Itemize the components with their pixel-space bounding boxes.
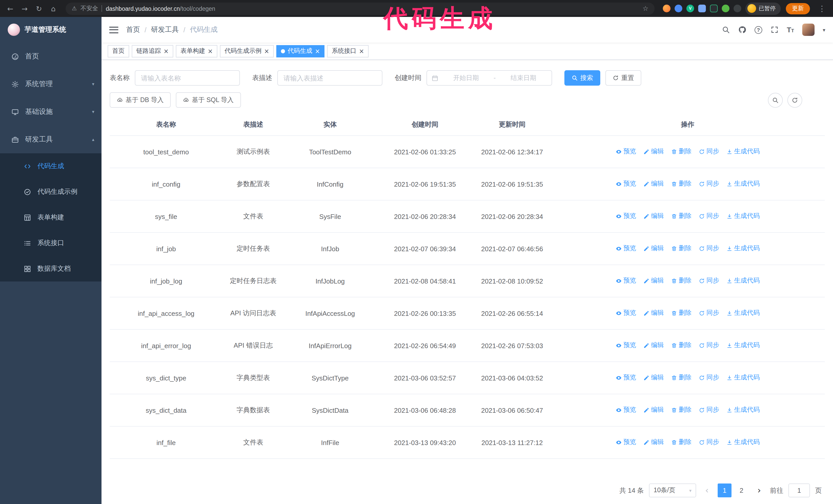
action-preview-link[interactable]: 预览 — [616, 406, 636, 414]
create-time-range-picker[interactable]: 开始日期 - 结束日期 — [427, 70, 552, 86]
bookmark-star-icon[interactable]: ☆ — [643, 5, 648, 12]
goto-page-input[interactable] — [788, 483, 810, 497]
action-preview-link[interactable]: 预览 — [616, 374, 636, 382]
action-sync-link[interactable]: 同步 — [699, 147, 719, 156]
font-size-icon[interactable]: TT — [787, 26, 794, 34]
browser-extension-icon[interactable] — [710, 5, 718, 12]
sidebar-item-home[interactable]: 首页 — [0, 43, 101, 70]
tab-close-icon[interactable]: × — [264, 48, 269, 54]
action-edit-link[interactable]: 编辑 — [643, 147, 664, 156]
sidebar-item-system-management[interactable]: 系统管理 ▾ — [0, 70, 101, 98]
action-preview-link[interactable]: 预览 — [616, 147, 636, 156]
tab-close-icon[interactable]: × — [164, 48, 169, 54]
action-generate-link[interactable]: 生成代码 — [727, 309, 760, 318]
action-generate-link[interactable]: 生成代码 — [727, 374, 760, 382]
help-icon[interactable]: ? — [755, 26, 762, 33]
browser-profile-chip[interactable]: 已暂停 — [745, 2, 781, 15]
app-logo[interactable]: 芋道管理系统 — [0, 17, 101, 43]
action-generate-link[interactable]: 生成代码 — [727, 277, 760, 285]
import-db-button[interactable]: 基于 DB 导入 — [110, 92, 171, 108]
table-name-input[interactable] — [135, 70, 240, 86]
action-delete-link[interactable]: 删除 — [671, 180, 691, 188]
action-generate-link[interactable]: 生成代码 — [727, 212, 760, 221]
action-preview-link[interactable]: 预览 — [616, 244, 636, 253]
page-button-1[interactable]: 1 — [718, 483, 732, 497]
action-edit-link[interactable]: 编辑 — [643, 309, 664, 318]
sidebar-item-infrastructure[interactable]: 基础设施 ▾ — [0, 98, 101, 126]
breadcrumb-item-devtools[interactable]: 研发工具 — [151, 25, 179, 34]
action-delete-link[interactable]: 删除 — [671, 341, 691, 350]
action-delete-link[interactable]: 删除 — [671, 277, 691, 285]
action-sync-link[interactable]: 同步 — [699, 180, 719, 188]
action-generate-link[interactable]: 生成代码 — [727, 147, 760, 156]
next-page-button[interactable]: › — [754, 483, 765, 497]
action-preview-link[interactable]: 预览 — [616, 341, 636, 350]
toggle-search-button[interactable] — [768, 93, 783, 107]
tab-close-icon[interactable]: × — [208, 48, 213, 54]
action-edit-link[interactable]: 编辑 — [643, 406, 664, 414]
browser-home-icon[interactable]: ⌂ — [47, 2, 60, 15]
action-delete-link[interactable]: 删除 — [671, 406, 691, 414]
action-edit-link[interactable]: 编辑 — [643, 212, 664, 221]
reset-button[interactable]: 重置 — [605, 70, 641, 86]
action-delete-link[interactable]: 删除 — [671, 309, 691, 318]
tab-系统接口[interactable]: 系统接口× — [327, 45, 369, 57]
action-delete-link[interactable]: 删除 — [671, 147, 691, 156]
action-sync-link[interactable]: 同步 — [699, 309, 719, 318]
action-preview-link[interactable]: 预览 — [616, 180, 636, 188]
tab-首页[interactable]: 首页 — [108, 45, 129, 57]
action-preview-link[interactable]: 预览 — [616, 438, 636, 447]
action-sync-link[interactable]: 同步 — [699, 438, 719, 447]
tab-表单构建[interactable]: 表单构建× — [176, 45, 217, 57]
tab-链路追踪[interactable]: 链路追踪× — [132, 45, 173, 57]
import-sql-button[interactable]: 基于 SQL 导入 — [176, 92, 241, 108]
sidebar-item-db-docs[interactable]: 数据库文档 — [0, 256, 101, 282]
tab-代码生成[interactable]: 代码生成× — [276, 45, 325, 57]
browser-back-icon[interactable]: ← — [4, 2, 17, 15]
tab-close-icon[interactable]: × — [359, 48, 364, 54]
action-sync-link[interactable]: 同步 — [699, 406, 719, 414]
github-icon[interactable] — [738, 26, 746, 34]
browser-update-button[interactable]: 更新 — [786, 3, 810, 14]
action-sync-link[interactable]: 同步 — [699, 277, 719, 285]
action-delete-link[interactable]: 删除 — [671, 438, 691, 447]
action-generate-link[interactable]: 生成代码 — [727, 341, 760, 350]
page-button-2[interactable]: 2 — [735, 483, 748, 497]
tab-close-icon[interactable]: × — [315, 48, 320, 54]
page-size-select[interactable]: 10条/页 ▾ — [649, 483, 696, 497]
refresh-table-button[interactable] — [787, 93, 802, 107]
action-generate-link[interactable]: 生成代码 — [727, 406, 760, 414]
browser-extension-icon[interactable] — [698, 5, 706, 12]
sidebar-toggle-icon[interactable] — [109, 26, 118, 33]
prev-page-button[interactable]: ‹ — [701, 483, 713, 497]
action-generate-link[interactable]: 生成代码 — [727, 244, 760, 253]
action-edit-link[interactable]: 编辑 — [643, 180, 664, 188]
action-sync-link[interactable]: 同步 — [699, 341, 719, 350]
sidebar-item-system-api[interactable]: 系统接口 — [0, 230, 101, 256]
search-button[interactable]: 搜索 — [564, 70, 600, 86]
user-avatar[interactable] — [802, 24, 814, 36]
action-sync-link[interactable]: 同步 — [699, 374, 719, 382]
browser-extension-icon[interactable]: V — [686, 5, 694, 12]
action-edit-link[interactable]: 编辑 — [643, 277, 664, 285]
breadcrumb-item-home[interactable]: 首页 — [126, 25, 140, 34]
address-bar[interactable]: ⚠ 不安全 dashboard.yudao.iocoder.cn/tool/co… — [66, 2, 654, 15]
action-generate-link[interactable]: 生成代码 — [727, 180, 760, 188]
fullscreen-icon[interactable] — [770, 26, 779, 34]
action-preview-link[interactable]: 预览 — [616, 309, 636, 318]
tab-代码生成示例[interactable]: 代码生成示例× — [220, 45, 274, 57]
sidebar-item-form-builder[interactable]: 表单构建 — [0, 205, 101, 230]
table-desc-input[interactable] — [277, 70, 382, 86]
search-icon[interactable] — [722, 26, 730, 34]
action-edit-link[interactable]: 编辑 — [643, 341, 664, 350]
sidebar-item-codegen-example[interactable]: 代码生成示例 — [0, 179, 101, 205]
action-edit-link[interactable]: 编辑 — [643, 438, 664, 447]
action-sync-link[interactable]: 同步 — [699, 212, 719, 221]
action-generate-link[interactable]: 生成代码 — [727, 438, 760, 447]
action-sync-link[interactable]: 同步 — [699, 244, 719, 253]
sidebar-item-devtools[interactable]: 研发工具 ▴ — [0, 126, 101, 153]
browser-reload-icon[interactable]: ↻ — [33, 2, 45, 15]
browser-extension-icon[interactable] — [674, 5, 682, 12]
action-delete-link[interactable]: 删除 — [671, 374, 691, 382]
action-preview-link[interactable]: 预览 — [616, 277, 636, 285]
